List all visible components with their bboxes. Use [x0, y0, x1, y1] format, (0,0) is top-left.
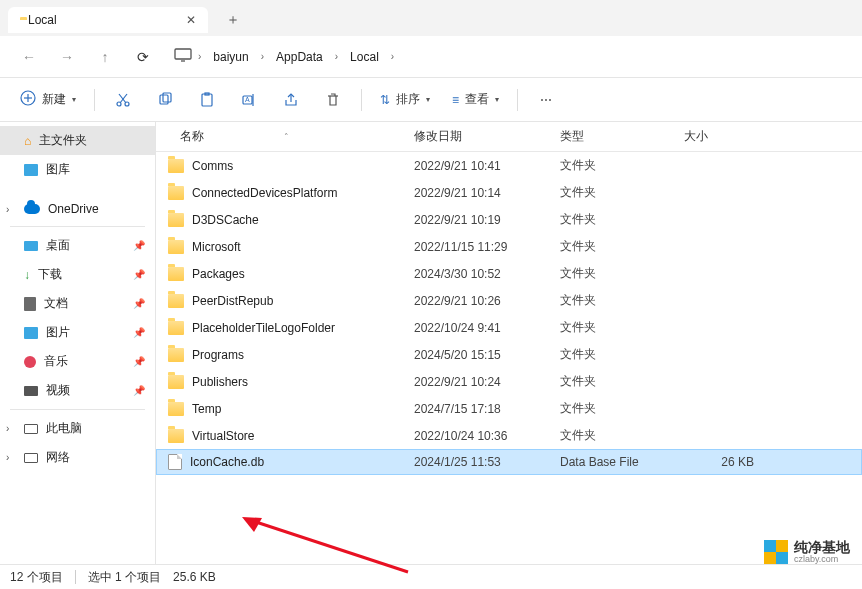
pictures-icon — [24, 327, 38, 339]
sidebar-item-gallery[interactable]: 图库 — [0, 155, 155, 184]
file-row[interactable]: PlaceholderTileLogoFolder2022/10/24 9:41… — [156, 314, 862, 341]
back-button[interactable]: ← — [12, 42, 46, 72]
file-row[interactable]: Publishers2022/9/21 10:24文件夹 — [156, 368, 862, 395]
file-name: Microsoft — [192, 240, 241, 254]
file-row[interactable]: Comms2022/9/21 10:41文件夹 — [156, 152, 862, 179]
home-icon: ⌂ — [24, 134, 31, 148]
view-icon: ≡ — [452, 93, 459, 107]
column-size[interactable]: 大小 — [684, 128, 764, 145]
file-row[interactable]: D3DSCache2022/9/21 10:19文件夹 — [156, 206, 862, 233]
file-row[interactable]: IconCache.db2024/1/25 11:53Data Base Fil… — [156, 449, 862, 475]
sidebar-item-music[interactable]: 音乐 📌 — [0, 347, 155, 376]
main-area: ⌂ 主文件夹 图库 › OneDrive 桌面 📌 ↓ 下载 📌 文档 📌 — [0, 122, 862, 564]
selected-count: 选中 1 个项目 — [88, 569, 161, 586]
file-name: Publishers — [192, 375, 248, 389]
caret-down-icon: ▾ — [495, 95, 499, 104]
breadcrumb-seg[interactable]: Local — [344, 46, 385, 68]
file-date: 2024/7/15 17:18 — [414, 402, 560, 416]
toolbar: 新建 ▾ A ⇅ 排序 ▾ ≡ 查看 ▾ ⋯ — [0, 78, 862, 122]
breadcrumb[interactable]: › baiyun › AppData › Local › — [174, 42, 850, 72]
pc-icon — [24, 424, 38, 434]
new-tab-button[interactable]: ＋ — [226, 11, 240, 29]
cut-button[interactable] — [103, 86, 143, 114]
new-button[interactable]: 新建 ▾ — [10, 84, 86, 115]
paste-button[interactable] — [187, 86, 227, 114]
watermark: 纯净基地 czlaby.com — [764, 540, 850, 565]
file-type: 文件夹 — [560, 292, 684, 309]
file-type: 文件夹 — [560, 184, 684, 201]
file-size: 26 KB — [684, 455, 764, 469]
delete-button[interactable] — [313, 86, 353, 114]
file-row[interactable]: Programs2024/5/20 15:15文件夹 — [156, 341, 862, 368]
sidebar-item-videos[interactable]: 视频 📌 — [0, 376, 155, 405]
divider — [94, 89, 95, 111]
file-row[interactable]: Temp2024/7/15 17:18文件夹 — [156, 395, 862, 422]
file-date: 2022/10/24 10:36 — [414, 429, 560, 443]
refresh-button[interactable]: ⟳ — [126, 42, 160, 72]
forward-button[interactable]: → — [50, 42, 84, 72]
document-icon — [24, 297, 36, 311]
close-icon[interactable]: ✕ — [186, 13, 196, 27]
sidebar-item-thispc[interactable]: › 此电脑 — [0, 414, 155, 443]
monitor-icon — [174, 48, 192, 65]
sidebar-item-network[interactable]: › 网络 — [0, 443, 155, 472]
expand-icon[interactable]: › — [6, 204, 9, 215]
sidebar-label: OneDrive — [48, 202, 99, 216]
pin-icon: 📌 — [133, 356, 145, 367]
svg-rect-11 — [202, 94, 212, 106]
file-type: 文件夹 — [560, 319, 684, 336]
file-row[interactable]: Microsoft2022/11/15 11:29文件夹 — [156, 233, 862, 260]
file-row[interactable]: PeerDistRepub2022/9/21 10:26文件夹 — [156, 287, 862, 314]
file-date: 2022/11/15 11:29 — [414, 240, 560, 254]
file-date: 2022/9/21 10:14 — [414, 186, 560, 200]
sidebar-item-onedrive[interactable]: › OneDrive — [0, 196, 155, 222]
tab-title: Local — [28, 13, 57, 27]
up-button[interactable]: ↑ — [88, 42, 122, 72]
sidebar-item-home[interactable]: ⌂ 主文件夹 — [0, 126, 155, 155]
divider — [517, 89, 518, 111]
file-name: Packages — [192, 267, 245, 281]
folder-icon — [168, 294, 184, 308]
breadcrumb-seg[interactable]: baiyun — [207, 46, 254, 68]
file-name: ConnectedDevicesPlatform — [192, 186, 337, 200]
file-date: 2022/9/21 10:26 — [414, 294, 560, 308]
sidebar-item-downloads[interactable]: ↓ 下载 📌 — [0, 260, 155, 289]
file-name: VirtualStore — [192, 429, 254, 443]
sidebar-item-desktop[interactable]: 桌面 📌 — [0, 231, 155, 260]
sidebar-label: 桌面 — [46, 237, 70, 254]
view-button[interactable]: ≡ 查看 ▾ — [442, 85, 509, 114]
folder-icon — [168, 213, 184, 227]
chevron-icon: › — [255, 51, 270, 62]
sort-indicator-icon: ˄ — [284, 132, 289, 142]
file-row[interactable]: ConnectedDevicesPlatform2022/9/21 10:14文… — [156, 179, 862, 206]
sidebar-label: 图片 — [46, 324, 70, 341]
more-button[interactable]: ⋯ — [526, 87, 566, 113]
copy-button[interactable] — [145, 86, 185, 114]
column-type[interactable]: 类型 — [560, 128, 684, 145]
column-date[interactable]: 修改日期 — [414, 128, 560, 145]
folder-icon — [168, 402, 184, 416]
file-row[interactable]: Packages2024/3/30 10:52文件夹 — [156, 260, 862, 287]
desktop-icon — [24, 241, 38, 251]
file-type: 文件夹 — [560, 346, 684, 363]
rename-button[interactable]: A — [229, 86, 269, 114]
expand-icon[interactable]: › — [6, 423, 9, 434]
sidebar-item-pictures[interactable]: 图片 📌 — [0, 318, 155, 347]
sidebar-item-documents[interactable]: 文档 📌 — [0, 289, 155, 318]
folder-icon — [168, 186, 184, 200]
tab-local[interactable]: Local ✕ — [8, 7, 208, 33]
view-label: 查看 — [465, 91, 489, 108]
file-name: Comms — [192, 159, 233, 173]
column-name[interactable]: 名称˄ — [160, 128, 414, 145]
caret-down-icon: ▾ — [426, 95, 430, 104]
share-button[interactable] — [271, 86, 311, 114]
file-row[interactable]: VirtualStore2022/10/24 10:36文件夹 — [156, 422, 862, 449]
plus-circle-icon — [20, 90, 36, 109]
file-type: 文件夹 — [560, 238, 684, 255]
file-date: 2022/9/21 10:24 — [414, 375, 560, 389]
column-headers[interactable]: 名称˄ 修改日期 类型 大小 — [156, 122, 862, 152]
expand-icon[interactable]: › — [6, 452, 9, 463]
sort-button[interactable]: ⇅ 排序 ▾ — [370, 85, 440, 114]
file-type: 文件夹 — [560, 373, 684, 390]
breadcrumb-seg[interactable]: AppData — [270, 46, 329, 68]
